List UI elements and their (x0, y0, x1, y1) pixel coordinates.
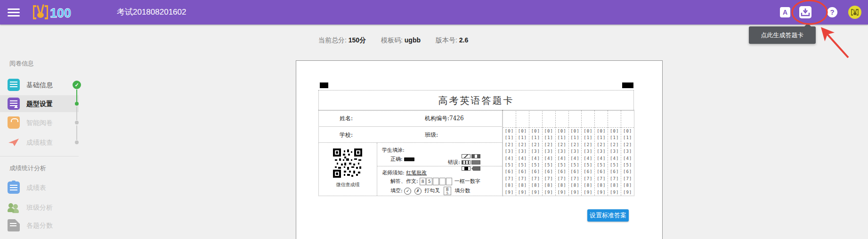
correct-label: 正确: (390, 156, 403, 162)
digit-bubble: [0] (556, 128, 568, 134)
sidebar-item-smart-grading[interactable]: 智能阅卷 (0, 114, 79, 131)
digit-bubble: [1] (621, 134, 634, 141)
digit-bubble: [8] (621, 182, 634, 189)
hamburger-menu-icon[interactable] (8, 7, 21, 18)
wrong-fill-example-icon (471, 160, 480, 165)
digit-bubble: [2] (608, 141, 621, 148)
essay-boxes: 85 (420, 178, 453, 184)
digit-bubble: [4] (529, 155, 542, 162)
digit-bubble: [4] (569, 155, 582, 162)
digit-bubble: [8] (556, 182, 568, 189)
digit-write-cell (543, 110, 555, 128)
digit-bubble: [9] (621, 189, 634, 196)
digit-bubble: [1] (569, 134, 582, 141)
sheet-info-table: 姓名: 机构编号:7426 学校: 班级: (318, 110, 503, 196)
digit-bubble: [2] (569, 141, 582, 148)
school-row: 学校: 班级: (318, 126, 503, 143)
sidebar-item-score-table[interactable]: 成绩表 (0, 179, 79, 196)
avatar-hand-logo-icon (848, 6, 861, 19)
step-done-check-icon: ✓ (73, 81, 81, 89)
digit-bubble: [6] (529, 168, 542, 175)
sidebar-item-score-check[interactable]: 成绩核查 (0, 134, 79, 151)
digit-column: [0][1][2][3][4][5][6][7][8][9] (581, 110, 594, 196)
digit-column: [0][1][2][3][4][5][6][7][8][9] (529, 110, 542, 196)
digit-bubble: [5] (608, 162, 621, 168)
digit-write-cell (582, 110, 594, 128)
sidebar-item-label: 成绩核查 (26, 134, 53, 151)
teacher-label: 老师须知: (382, 170, 405, 176)
digit-bubble: [0] (516, 128, 529, 134)
timeline-segment (76, 90, 77, 102)
score-example-box: 8 5 (444, 187, 451, 195)
digit-bubble: [3] (569, 148, 582, 155)
total-score-value: 150分 (349, 36, 366, 44)
digit-column: [0][1][2][3][4][5][6][7][8][9] (516, 110, 529, 196)
essay-score-box (439, 178, 446, 185)
digit-bubble: [9] (503, 189, 516, 196)
generate-card-tooltip: 点此生成答题卡 (749, 26, 816, 44)
digit-column: [0][1][2][3][4][5][6][7][8][9] (542, 110, 555, 196)
digit-bubble: [0] (621, 128, 634, 134)
digit-bubble: [7] (516, 175, 529, 182)
digit-write-cell (621, 110, 634, 128)
timing-corner-mark (320, 82, 328, 88)
digit-bubble: [6] (543, 168, 555, 175)
digit-bubble: [8] (529, 182, 542, 189)
digit-bubble: [0] (595, 128, 608, 134)
class-analysis-people-icon (8, 201, 20, 214)
blank-hint: 打勾叉 (424, 188, 440, 194)
sidebar: 阅卷信息 基础信息 题型设置 智能阅卷 成绩核查 ✓ 成绩统计分析 成绩表 (0, 25, 79, 239)
digit-bubble: [9] (529, 189, 542, 196)
sidebar-item-basic-info[interactable]: 基础信息 (0, 76, 79, 93)
digit-bubble: [3] (556, 148, 568, 155)
digit-bubble: [1] (556, 134, 568, 141)
digit-bubble: [9] (556, 189, 568, 196)
brand-number: 100 (50, 6, 71, 20)
digit-column: [0][1][2][3][4][5][6][7][8][9] (594, 110, 608, 196)
digit-bubble: [4] (582, 155, 594, 162)
essay-score-box (446, 178, 452, 185)
digit-column: [0][1][2][3][4][5][6][7][8][9] (608, 110, 621, 196)
timeline-segment (76, 125, 77, 140)
sidebar-item-label: 智能阅卷 (26, 114, 53, 131)
sidebar-item-class-analysis[interactable]: 班级分析 (0, 199, 79, 216)
digit-bubble: [4] (543, 155, 555, 162)
digit-bubble: [6] (595, 168, 608, 175)
digit-bubble: [7] (529, 175, 542, 182)
timeline-segment (76, 107, 77, 120)
wrong-fill-example-icon (462, 154, 471, 158)
essay-score-box: 5 (426, 178, 432, 185)
sheet-title-box: 高考英语答题卡 (318, 90, 634, 111)
digit-bubble: [2] (529, 141, 542, 148)
digit-bubble: [8] (516, 182, 529, 189)
digit-write-cell (556, 110, 568, 128)
digit-column: [0][1][2][3][4][5][6][7][8][9] (621, 110, 634, 196)
font-a-icon[interactable]: A (780, 7, 790, 17)
digit-bubble: [4] (516, 155, 529, 162)
digit-bubble: [8] (543, 182, 555, 189)
sidebar-item-question-type-setting[interactable]: 题型设置 (0, 95, 79, 112)
digit-write-cell (529, 110, 542, 128)
digit-bubble: [0] (543, 128, 555, 134)
digit-bubble: [2] (516, 141, 529, 148)
step-pending-dot (75, 140, 79, 144)
paper-plane-icon (8, 136, 20, 148)
instruction-row: 微信查成绩 学生填涂: 正确: 错误: (318, 142, 503, 196)
instruction-divider (377, 166, 502, 166)
set-standard-answers-button[interactable]: 设置标准答案 (587, 209, 629, 222)
question-type-icon (8, 98, 20, 110)
help-icon[interactable]: ? (827, 7, 837, 17)
digit-bubble: [4] (503, 155, 516, 162)
sheet-title: 高考英语答题卡 (319, 91, 633, 110)
digit-bubble: [9] (516, 189, 529, 196)
logo-bracket-right (45, 5, 48, 19)
wrong-label: 错误: (448, 159, 460, 165)
user-avatar[interactable] (848, 6, 861, 19)
generate-answer-card-download-icon[interactable] (799, 6, 811, 18)
app-window: 100 考试201808201602 A ? 点此生成答题卡 (0, 0, 868, 239)
digit-bubble: [5] (582, 162, 594, 168)
template-code-value: ugbb (405, 36, 421, 44)
digit-write-cell (569, 110, 582, 128)
sidebar-item-question-scores[interactable]: 各题分数 (0, 217, 79, 234)
digit-bubble: [5] (503, 162, 516, 168)
